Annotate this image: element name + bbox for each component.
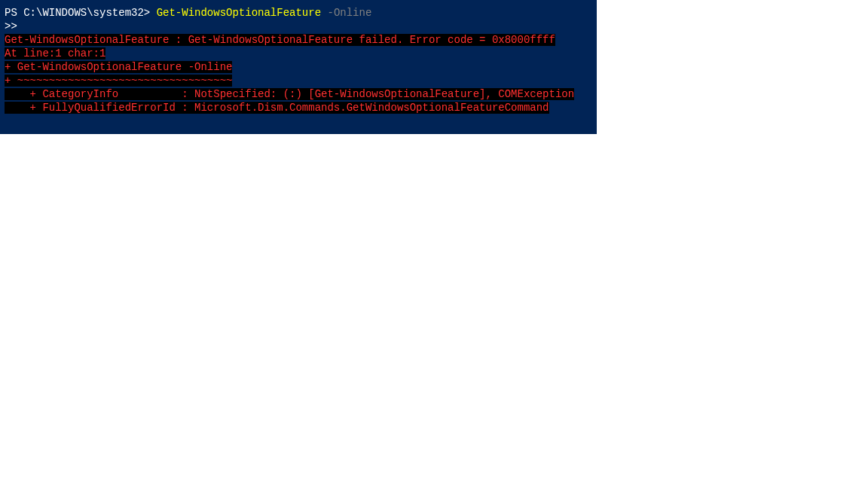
error-line-5: + CategoryInfo : NotSpecified: (:) [Get-… — [5, 87, 597, 101]
powershell-console[interactable]: PS C:\WINDOWS\system32> Get-WindowsOptio… — [0, 0, 597, 134]
error-line-1: Get-WindowsOptionalFeature : Get-Windows… — [5, 33, 597, 47]
prompt-command: Get-WindowsOptionalFeature — [157, 7, 321, 19]
prompt-path: PS C:\WINDOWS\system32> — [5, 7, 157, 19]
prompt-argument: -Online — [321, 7, 371, 19]
error-line-3: + Get-WindowsOptionalFeature -Online — [5, 60, 597, 74]
error-line-6: + FullyQualifiedErrorId : Microsoft.Dism… — [5, 101, 597, 114]
prompt-line: PS C:\WINDOWS\system32> Get-WindowsOptio… — [5, 6, 597, 20]
continuation-prompt: >> — [5, 20, 597, 33]
error-line-4: + ~~~~~~~~~~~~~~~~~~~~~~~~~~~~~~~~~~ — [5, 74, 597, 87]
error-line-2: At line:1 char:1 — [5, 47, 597, 60]
